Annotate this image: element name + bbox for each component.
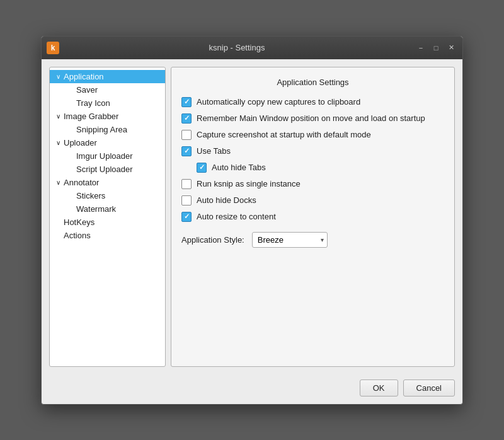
sidebar: ∨ApplicationSaverTray Icon∨Image Grabber… xyxy=(49,67,166,367)
sidebar-item-actions[interactable]: Actions xyxy=(50,229,165,242)
sidebar-label-stickers: Stickers xyxy=(76,191,105,200)
close-button[interactable]: ✕ xyxy=(445,42,457,54)
sidebar-item-hotkeys[interactable]: HotKeys xyxy=(50,216,165,229)
cancel-button[interactable]: Cancel xyxy=(403,379,455,397)
maximize-button[interactable]: □ xyxy=(430,42,442,54)
label-remember-position: Remember Main Window position on move an… xyxy=(197,113,425,123)
style-row: Application Style: BreezeFusionWindows ▾ xyxy=(181,232,444,248)
sidebar-item-imgur-uploader[interactable]: Imgur Uploader xyxy=(50,149,165,163)
setting-row-auto-hide-tabs: Auto hide Tabs xyxy=(181,163,444,173)
sidebar-label-script-uploader: Script Uploader xyxy=(76,165,133,174)
label-auto-hide-docks: Auto hide Docks xyxy=(197,195,256,205)
setting-row-single-instance: Run ksnip as single instance xyxy=(181,179,444,189)
checkbox-auto-hide-tabs[interactable] xyxy=(197,163,207,173)
checkbox-remember-position[interactable] xyxy=(181,113,192,124)
label-capture-startup: Capture screenshot at startup with defau… xyxy=(197,130,371,139)
setting-row-auto-resize: Auto resize to content xyxy=(181,212,444,222)
settings-list: Automatically copy new captures to clipb… xyxy=(181,97,444,222)
sidebar-label-annotator: Annotator xyxy=(64,178,99,187)
sidebar-label-saver: Saver xyxy=(76,85,98,95)
label-auto-resize: Auto resize to content xyxy=(197,212,276,221)
setting-row-auto-copy: Automatically copy new captures to clipb… xyxy=(181,97,444,107)
chevron-icon: ∨ xyxy=(54,138,62,147)
sidebar-item-annotator[interactable]: ∨Annotator xyxy=(50,176,165,189)
minimize-button[interactable]: − xyxy=(415,42,427,54)
sidebar-label-image-grabber: Image Grabber xyxy=(64,112,118,121)
sidebar-label-actions: Actions xyxy=(64,231,91,240)
chevron-icon: ∨ xyxy=(54,72,62,81)
window-body: ∨ApplicationSaverTray Icon∨Image Grabber… xyxy=(42,59,462,404)
sidebar-item-application[interactable]: ∨Application xyxy=(50,70,165,83)
style-select[interactable]: BreezeFusionWindows xyxy=(252,232,328,248)
panel-title: Application Settings xyxy=(181,78,444,87)
label-use-tabs: Use Tabs xyxy=(197,146,231,156)
sidebar-item-uploader[interactable]: ∨Uploader xyxy=(50,136,165,149)
style-select-wrapper: BreezeFusionWindows ▾ xyxy=(252,232,328,248)
sidebar-item-tray-icon[interactable]: Tray Icon xyxy=(50,96,165,110)
setting-row-auto-hide-docks: Auto hide Docks xyxy=(181,195,444,206)
sidebar-label-hotkeys: HotKeys xyxy=(64,217,94,227)
sidebar-label-tray-icon: Tray Icon xyxy=(76,98,110,108)
sidebar-item-saver[interactable]: Saver xyxy=(50,83,165,96)
sidebar-item-image-grabber[interactable]: ∨Image Grabber xyxy=(50,110,165,123)
sidebar-item-watermark[interactable]: Watermark xyxy=(50,202,165,216)
sidebar-item-snipping-area[interactable]: Snipping Area xyxy=(50,123,165,136)
setting-row-remember-position: Remember Main Window position on move an… xyxy=(181,113,444,124)
sidebar-label-imgur-uploader: Imgur Uploader xyxy=(76,151,133,161)
main-content: ∨ApplicationSaverTray Icon∨Image Grabber… xyxy=(42,59,462,374)
sidebar-label-watermark: Watermark xyxy=(76,204,116,214)
sidebar-label-snipping-area: Snipping Area xyxy=(76,125,127,134)
label-auto-copy: Automatically copy new captures to clipb… xyxy=(197,97,360,107)
chevron-icon: ∨ xyxy=(54,178,62,187)
titlebar: k ksnip - Settings − □ ✕ xyxy=(42,37,462,59)
settings-panel: Application Settings Automatically copy … xyxy=(171,67,455,367)
checkbox-auto-hide-docks[interactable] xyxy=(181,195,192,206)
checkbox-single-instance[interactable] xyxy=(181,179,192,189)
setting-row-use-tabs: Use Tabs xyxy=(181,146,444,156)
checkbox-auto-resize[interactable] xyxy=(181,212,192,222)
setting-row-capture-startup: Capture screenshot at startup with defau… xyxy=(181,130,444,140)
app-icon: k xyxy=(47,42,59,54)
checkbox-auto-copy[interactable] xyxy=(181,97,192,107)
checkbox-use-tabs[interactable] xyxy=(181,146,192,156)
chevron-icon: ∨ xyxy=(54,112,62,120)
sidebar-item-script-uploader[interactable]: Script Uploader xyxy=(50,163,165,176)
window-title: ksnip - Settings xyxy=(59,43,415,52)
label-single-instance: Run ksnip as single instance xyxy=(197,179,301,188)
settings-window: k ksnip - Settings − □ ✕ ∨ApplicationSav… xyxy=(41,36,463,405)
footer: OK Cancel xyxy=(42,374,462,404)
ok-button[interactable]: OK xyxy=(360,379,398,397)
sidebar-label-application: Application xyxy=(64,72,104,81)
window-controls: − □ ✕ xyxy=(415,42,457,54)
sidebar-label-uploader: Uploader xyxy=(64,138,97,148)
label-auto-hide-tabs: Auto hide Tabs xyxy=(212,163,266,172)
sidebar-item-stickers[interactable]: Stickers xyxy=(50,189,165,202)
checkbox-capture-startup[interactable] xyxy=(181,130,192,140)
style-label: Application Style: xyxy=(181,235,244,245)
